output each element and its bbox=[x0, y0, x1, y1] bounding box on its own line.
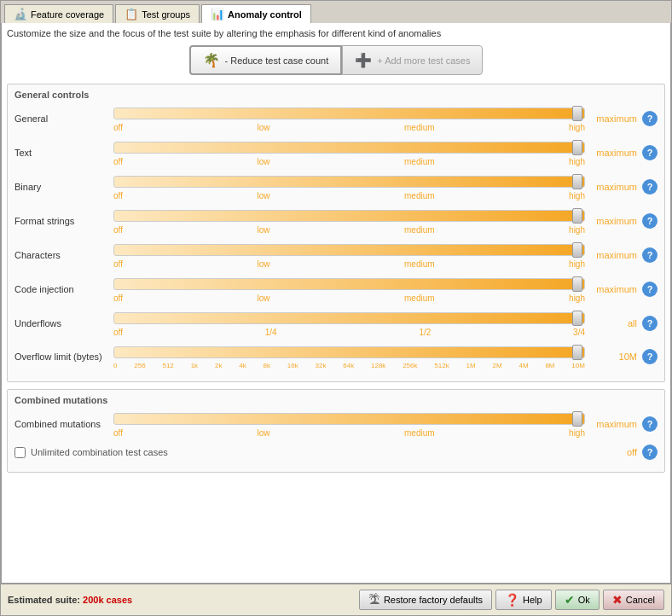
suite-info: Estimated suite: 200k cases bbox=[8, 595, 132, 605]
underflows-help-button[interactable]: ? bbox=[642, 316, 658, 331]
code-injection-slider-value: maximum bbox=[590, 284, 637, 294]
add-test-case-button[interactable]: ➕ + Add more test cases bbox=[342, 45, 483, 75]
underflows-slider-row: Underflows off 1/4 1/2 3/4 all ? bbox=[14, 310, 658, 337]
unlimited-checkbox-row: Unlimited combination test cases off ? bbox=[14, 445, 658, 460]
tab-feature-coverage[interactable]: 🔬 Feature coverage bbox=[4, 4, 113, 23]
overflow-help-button[interactable]: ? bbox=[642, 349, 658, 364]
overflow-slider-value: 10M bbox=[590, 352, 637, 362]
binary-slider-thumb[interactable] bbox=[572, 174, 582, 189]
characters-slider-thumb[interactable] bbox=[572, 242, 582, 258]
general-slider-container: off low medium high bbox=[113, 105, 585, 132]
underflows-slider-thumb[interactable] bbox=[572, 311, 582, 326]
code-injection-slider-track[interactable] bbox=[113, 278, 585, 290]
overflow-slider-container: 0 256 512 1k 2k 4k 8k 16k 32k 64k 128k 2… bbox=[113, 344, 585, 369]
characters-slider-value: maximum bbox=[590, 250, 637, 260]
tab-anomaly-control[interactable]: 📊 Anomaly control bbox=[201, 4, 311, 23]
ok-icon: ✔ bbox=[565, 593, 575, 607]
overflow-slider-track[interactable] bbox=[113, 346, 585, 358]
text-slider-value: maximum bbox=[590, 148, 637, 158]
general-slider-value: maximum bbox=[590, 113, 637, 124]
binary-help-button[interactable]: ? bbox=[642, 179, 658, 195]
characters-label: Characters bbox=[14, 250, 108, 260]
characters-help-button[interactable]: ? bbox=[642, 247, 658, 263]
characters-slider-track[interactable] bbox=[113, 244, 585, 256]
tab-bar: 🔬 Feature coverage 📋 Test groups 📊 Anoma… bbox=[1, 1, 671, 23]
format-strings-slider-value: maximum bbox=[590, 216, 637, 226]
text-slider-thumb[interactable] bbox=[572, 140, 582, 155]
reduce-test-case-button[interactable]: 🌴 - Reduce test case count bbox=[189, 45, 343, 75]
underflows-slider-track[interactable] bbox=[113, 312, 585, 324]
code-injection-label: Code injection bbox=[14, 284, 108, 294]
subtitle-text: Customize the size and the focus of the … bbox=[7, 28, 665, 38]
general-controls-section: General controls General off low medium … bbox=[7, 84, 665, 382]
format-strings-slider-row: Format strings off low medium high maxim… bbox=[14, 207, 658, 235]
general-slider-track[interactable] bbox=[113, 108, 585, 119]
cancel-button[interactable]: ✖ Cancel bbox=[603, 590, 664, 610]
format-strings-slider-thumb[interactable] bbox=[572, 208, 582, 224]
format-strings-label: Format strings bbox=[14, 216, 108, 226]
restore-defaults-button[interactable]: 🏝 Restore factory defaults bbox=[359, 590, 492, 610]
code-injection-slider-thumb[interactable] bbox=[572, 276, 582, 292]
text-help-button[interactable]: ? bbox=[642, 145, 658, 160]
help-button[interactable]: ❓ Help bbox=[495, 590, 552, 610]
overflow-slider-row: Overflow limit (bytes) 0 256 512 1k 2k 4… bbox=[14, 344, 658, 369]
underflows-slider-container: off 1/4 1/2 3/4 bbox=[113, 310, 585, 337]
general-slider-thumb[interactable] bbox=[572, 106, 582, 121]
characters-slider-row: Characters off low medium high maximum bbox=[14, 241, 658, 269]
bottom-buttons: 🏝 Restore factory defaults ❓ Help ✔ Ok ✖… bbox=[359, 590, 664, 610]
reduce-icon: 🌴 bbox=[203, 52, 220, 68]
format-strings-slider-container: off low medium high bbox=[113, 207, 585, 235]
action-buttons: 🌴 - Reduce test case count ➕ + Add more … bbox=[7, 45, 665, 75]
general-label: General bbox=[14, 113, 108, 124]
code-injection-slider-row: Code injection off low medium high maxim… bbox=[14, 276, 658, 303]
main-content: Customize the size and the focus of the … bbox=[1, 23, 671, 584]
characters-slider-container: off low medium high bbox=[113, 241, 585, 269]
code-injection-help-button[interactable]: ? bbox=[642, 282, 658, 297]
main-window: 🔬 Feature coverage 📋 Test groups 📊 Anoma… bbox=[0, 0, 672, 616]
combined-mutations-slider-container: off low medium high bbox=[113, 410, 585, 438]
unlimited-checkbox[interactable] bbox=[14, 447, 26, 458]
text-slider-track[interactable] bbox=[113, 142, 585, 154]
feature-coverage-icon: 🔬 bbox=[14, 8, 27, 20]
binary-label: Binary bbox=[14, 182, 108, 192]
format-strings-help-button[interactable]: ? bbox=[642, 213, 658, 229]
general-controls-title: General controls bbox=[14, 90, 658, 100]
unlimited-checkbox-label: Unlimited combination test cases bbox=[31, 447, 168, 457]
combined-mutations-slider-row: Combined mutations off low medium high m… bbox=[14, 410, 658, 438]
binary-slider-track[interactable] bbox=[113, 176, 585, 188]
format-strings-slider-track[interactable] bbox=[113, 210, 585, 222]
unlimited-help-button[interactable]: ? bbox=[642, 445, 658, 460]
help-icon: ❓ bbox=[505, 593, 519, 607]
combined-mutations-title: Combined mutations bbox=[14, 395, 658, 405]
test-groups-icon: 📋 bbox=[125, 8, 138, 20]
general-help-button[interactable]: ? bbox=[642, 111, 658, 126]
overflow-slider-thumb[interactable] bbox=[572, 345, 582, 360]
underflows-label: Underflows bbox=[14, 318, 108, 328]
combined-mutations-help-button[interactable]: ? bbox=[642, 416, 658, 432]
cancel-icon: ✖ bbox=[612, 593, 623, 607]
ok-button[interactable]: ✔ Ok bbox=[555, 590, 600, 610]
binary-slider-value: maximum bbox=[590, 182, 637, 192]
text-label: Text bbox=[14, 148, 108, 158]
binary-slider-container: off low medium high bbox=[113, 173, 585, 200]
combined-mutations-slider-value: maximum bbox=[590, 419, 637, 429]
add-icon: ➕ bbox=[355, 52, 372, 68]
tab-test-groups[interactable]: 📋 Test groups bbox=[115, 4, 200, 23]
combined-mutations-section: Combined mutations Combined mutations of… bbox=[7, 389, 665, 473]
general-slider-row: General off low medium high maximum bbox=[14, 105, 658, 132]
unlimited-checkbox-value: off bbox=[590, 447, 637, 457]
binary-slider-row: Binary off low medium high maximum bbox=[14, 173, 658, 200]
combined-mutations-label: Combined mutations bbox=[14, 419, 108, 429]
anomaly-control-icon: 📊 bbox=[211, 8, 224, 20]
combined-mutations-slider-track[interactable] bbox=[113, 413, 585, 425]
text-slider-container: off low medium high bbox=[113, 139, 585, 166]
bottom-bar: Estimated suite: 200k cases 🏝 Restore fa… bbox=[1, 584, 671, 615]
underflows-slider-value: all bbox=[590, 318, 637, 328]
restore-icon: 🏝 bbox=[368, 593, 380, 607]
code-injection-slider-container: off low medium high bbox=[113, 276, 585, 303]
overflow-label: Overflow limit (bytes) bbox=[14, 352, 108, 362]
text-slider-row: Text off low medium high maximum bbox=[14, 139, 658, 166]
combined-mutations-slider-thumb[interactable] bbox=[572, 411, 582, 427]
